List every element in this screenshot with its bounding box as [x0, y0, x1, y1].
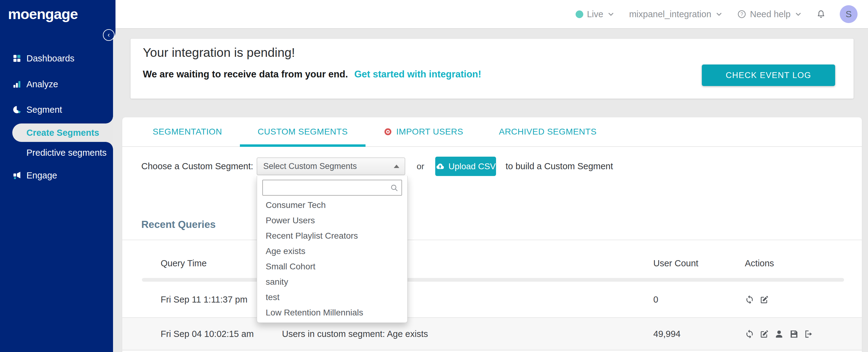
dropdown-option[interactable]: Power Users — [257, 213, 407, 228]
project-switcher[interactable]: mixpanel_integration — [629, 9, 723, 19]
dropdown-option[interactable]: Recent Playlist Creators — [257, 228, 407, 244]
query-description: Users in custom segment: Age exists — [282, 329, 645, 339]
custom-segment-select[interactable]: Select Custom Segments — [257, 158, 405, 175]
tab-archived-segments[interactable]: ARCHIVED SEGMENTS — [481, 117, 614, 146]
user-count: 49,994 — [645, 329, 739, 339]
moengage-logo: moengage — [8, 5, 78, 23]
upload-csv-button[interactable]: Upload CSV — [435, 157, 496, 176]
sidebar-item-predictive-segments[interactable]: Predictive segments — [0, 143, 113, 162]
banner-subtitle: We are waiting to receive data from your… — [143, 69, 481, 80]
row-actions — [739, 295, 843, 305]
segment-tabs: SEGMENTATION CUSTOM SEGMENTS IMPORT USER… — [122, 117, 862, 147]
sidebar-item-label: Dashboards — [26, 54, 74, 64]
custom-segments-dropdown: Consumer Tech Power Users Recent Playlis… — [257, 176, 408, 323]
choose-segment-label: Choose a Custom Segment: — [141, 158, 253, 175]
section-divider — [122, 239, 862, 240]
upload-csv-label: Upload CSV — [448, 162, 496, 171]
save-icon[interactable] — [789, 329, 799, 339]
sidebar-collapse-button[interactable]: ‹ — [103, 29, 115, 41]
table-header-row: Query Time User Count Actions — [122, 245, 862, 281]
app-root: Live mixpanel_integration ? Need help — [0, 0, 868, 352]
tab-label: SEGMENTATION — [153, 127, 222, 137]
dropdown-option[interactable]: test — [257, 290, 407, 305]
select-value: Select Custom Segments — [263, 162, 357, 171]
megaphone-icon — [12, 171, 22, 180]
row-actions — [739, 329, 843, 339]
tab-label: IMPORT USERS — [396, 127, 463, 137]
question-circle-icon: ? — [737, 9, 746, 19]
tab-import-users[interactable]: IMPORT USERS — [366, 117, 481, 146]
chevron-down-icon — [794, 10, 802, 18]
project-name: mixpanel_integration — [629, 9, 711, 19]
sidebar: Dashboards Analyze Segment Create Segmen… — [0, 0, 113, 352]
build-segment-text: to build a Custom Segment — [505, 158, 613, 175]
col-user-count: User Count — [645, 258, 739, 268]
dropdown-option[interactable]: Low Retention Millennials — [257, 305, 407, 320]
dropdown-option[interactable]: Age exists — [257, 244, 407, 259]
bar-chart-icon — [12, 79, 22, 89]
dropdown-option[interactable]: sanity — [257, 274, 407, 290]
live-status-dot — [576, 10, 583, 18]
table-scrollbar-strip[interactable] — [142, 278, 844, 282]
sidebar-item-label: Predictive segments — [26, 148, 106, 158]
need-help-menu[interactable]: ? Need help — [737, 9, 802, 19]
dropdown-option[interactable]: Consumer Tech — [257, 197, 407, 213]
tab-label: CUSTOM SEGMENTS — [258, 127, 348, 137]
table-row: Fri Sep 04 10:02:15 am Users in custom s… — [122, 318, 862, 350]
logo-block: moengage — [0, 0, 116, 41]
sidebar-corner-curve — [106, 142, 113, 149]
sidebar-item-label: Segment — [26, 105, 62, 115]
or-text: or — [411, 158, 430, 175]
svg-text:?: ? — [740, 12, 743, 17]
segments-card: SEGMENTATION CUSTOM SEGMENTS IMPORT USER… — [122, 117, 862, 352]
sidebar-item-engage[interactable]: Engage — [0, 166, 113, 185]
user-count: 0 — [645, 294, 739, 305]
need-help-label: Need help — [750, 9, 790, 19]
sidebar-item-segment[interactable]: Segment — [0, 100, 113, 119]
user-avatar[interactable]: S — [840, 5, 858, 23]
caret-up-icon — [394, 165, 399, 168]
red-target-dot-icon — [383, 127, 393, 136]
search-input[interactable] — [266, 182, 386, 194]
dropdown-option[interactable]: Small Cohort — [257, 259, 407, 274]
sidebar-item-analyze[interactable]: Analyze — [0, 75, 113, 93]
pie-chart-icon — [12, 105, 22, 114]
export-icon[interactable] — [804, 329, 813, 339]
dashboards-grid-icon — [12, 54, 22, 63]
integration-pending-banner: Your integration is pending! We are wait… — [130, 39, 854, 99]
edit-icon[interactable] — [760, 295, 769, 305]
header-right-cluster: Live mixpanel_integration ? Need help — [576, 5, 868, 23]
user-icon[interactable] — [774, 329, 784, 339]
top-header: Live mixpanel_integration ? Need help — [0, 0, 868, 29]
table-row: Fri Sep 11 1:11:37 pm 0 — [122, 282, 862, 317]
bell-icon[interactable] — [816, 9, 826, 19]
sidebar-item-create-segments[interactable]: Create Segments — [12, 124, 113, 142]
recent-queries-heading: Recent Queries — [141, 219, 216, 230]
sidebar-item-label: Analyze — [26, 79, 58, 89]
sidebar-item-label: Engage — [26, 170, 57, 181]
sidebar-item-label: Create Segments — [26, 128, 99, 138]
dropdown-search-box — [262, 180, 402, 196]
tab-label: ARCHIVED SEGMENTS — [499, 127, 596, 137]
refresh-icon[interactable] — [745, 329, 754, 339]
chevron-down-icon — [607, 10, 615, 18]
check-event-log-button[interactable]: CHECK EVENT LOG — [702, 64, 835, 86]
banner-subtitle-text: We are waiting to receive data from your… — [143, 69, 348, 79]
dropdown-list: Consumer Tech Power Users Recent Playlis… — [257, 197, 407, 320]
environment-switcher[interactable]: Live — [576, 9, 615, 19]
chevron-down-icon — [715, 10, 723, 18]
live-label: Live — [587, 9, 603, 19]
search-icon — [390, 184, 398, 192]
query-time: Fri Sep 04 10:02:15 am — [141, 329, 282, 339]
col-actions: Actions — [739, 258, 843, 268]
tab-custom-segments[interactable]: CUSTOM SEGMENTS — [240, 117, 366, 146]
banner-title: Your integration is pending! — [143, 45, 295, 60]
sidebar-item-dashboards[interactable]: Dashboards — [0, 49, 113, 68]
refresh-icon[interactable] — [745, 295, 754, 305]
get-started-link[interactable]: Get started with integration! — [354, 69, 481, 79]
cloud-upload-icon — [436, 162, 445, 171]
tab-segmentation[interactable]: SEGMENTATION — [135, 117, 240, 146]
sidebar-corner-curve — [106, 116, 113, 124]
avatar-initial: S — [845, 9, 852, 19]
edit-icon[interactable] — [760, 329, 769, 339]
